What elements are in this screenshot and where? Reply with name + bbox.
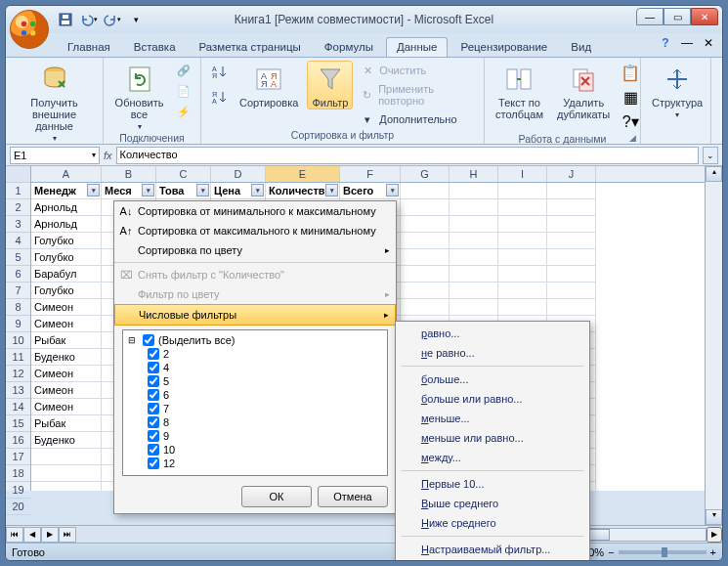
row-header[interactable]: 14 <box>6 399 30 415</box>
sheet-nav[interactable]: ⏮◀▶⏭ <box>6 527 76 543</box>
row-header[interactable]: 16 <box>6 432 30 449</box>
number-filter-option[interactable]: не равно... <box>396 343 589 363</box>
cell[interactable] <box>450 199 498 216</box>
number-filter-option[interactable]: больше... <box>396 370 589 389</box>
fx-icon[interactable]: fx <box>104 150 112 161</box>
cell[interactable] <box>547 249 596 266</box>
cell[interactable] <box>450 233 498 249</box>
tab-вставка[interactable]: Вставка <box>123 37 187 57</box>
filter-dropdown-button[interactable]: ▾ <box>87 184 100 196</box>
cell[interactable]: Симеон <box>31 366 102 382</box>
row-header[interactable]: 7 <box>6 283 30 299</box>
select-all-checkbox[interactable]: (Выделить все) <box>126 333 384 347</box>
cell[interactable]: Количеств▾ <box>266 183 340 199</box>
sort-desc-item[interactable]: A↑Сортировка от максимального к минималь… <box>114 221 396 240</box>
cell[interactable]: Цена▾ <box>211 183 266 199</box>
cell[interactable]: Рыбак <box>31 415 102 432</box>
tab-главная[interactable]: Главная <box>57 37 121 57</box>
row-header[interactable]: 20 <box>6 499 30 515</box>
cell[interactable]: Менедж▾ <box>31 183 102 199</box>
outline-button[interactable]: Структура ▾ <box>647 61 707 120</box>
filter-button[interactable]: Фильтр <box>307 61 353 109</box>
tab-разметка страницы[interactable]: Разметка страницы <box>189 37 312 57</box>
number-filter-option[interactable]: Первые 10... <box>396 474 589 494</box>
save-icon[interactable] <box>55 9 76 30</box>
row-header[interactable]: 3 <box>6 216 30 233</box>
cell[interactable] <box>498 183 547 199</box>
remove-duplicates-button[interactable]: Удалить дубликаты <box>552 61 615 121</box>
advanced-filter[interactable]: ▾Дополнительно <box>357 109 478 129</box>
cell[interactable]: Голубко <box>31 283 102 299</box>
sort-color-item[interactable]: Сортировка по цвету▸ <box>114 240 396 260</box>
cell[interactable]: Барабул <box>31 266 102 283</box>
column-header[interactable]: D <box>211 166 266 182</box>
cell[interactable] <box>547 266 596 283</box>
cell[interactable]: Симеон <box>31 316 102 332</box>
whatif-button[interactable]: ?▾ <box>619 109 642 133</box>
number-filter-option[interactable]: между... <box>396 448 589 467</box>
cell[interactable] <box>498 249 547 266</box>
filter-value-item[interactable]: 10 <box>126 443 384 457</box>
text-to-columns-button[interactable]: Текст по столбцам <box>491 61 548 121</box>
cell[interactable] <box>401 283 450 299</box>
tab-формулы[interactable]: Формулы <box>314 37 384 57</box>
cell[interactable] <box>401 183 450 199</box>
cell[interactable] <box>450 283 498 299</box>
row-header[interactable]: 12 <box>6 366 30 382</box>
column-header[interactable]: J <box>547 166 596 182</box>
close-workbook-icon[interactable]: ✕ <box>701 35 716 51</box>
column-header[interactable]: C <box>156 166 211 182</box>
cell[interactable] <box>401 233 450 249</box>
sort-desc-button[interactable]: ЯА <box>207 86 231 109</box>
number-filter-option[interactable]: Выше среднего <box>396 494 589 513</box>
cell[interactable]: Меся▾ <box>102 183 156 199</box>
row-header[interactable]: 15 <box>6 415 30 432</box>
column-header[interactable]: H <box>450 166 498 182</box>
number-filter-option[interactable]: меньше или равно... <box>396 428 589 448</box>
reapply-filter[interactable]: ↻Применить повторно <box>357 81 478 109</box>
row-header[interactable]: 13 <box>6 382 30 399</box>
formula-input[interactable]: Количество <box>116 147 699 164</box>
cell[interactable]: Буденко <box>31 432 102 449</box>
row-header[interactable]: 1 <box>6 183 30 199</box>
filter-value-item[interactable]: 6 <box>126 388 384 402</box>
row-header[interactable]: 9 <box>6 316 30 332</box>
filter-dropdown-button[interactable]: ▾ <box>251 184 264 196</box>
cell[interactable] <box>547 299 596 316</box>
filter-value-item[interactable]: 4 <box>126 361 384 374</box>
cell[interactable] <box>547 283 596 299</box>
row-header[interactable]: 11 <box>6 349 30 366</box>
undo-icon[interactable]: ▾ <box>78 9 100 30</box>
column-header[interactable]: E <box>266 166 340 182</box>
name-box[interactable]: E1▾ <box>10 147 100 164</box>
row-header[interactable]: 10 <box>6 332 30 349</box>
cell[interactable] <box>498 283 547 299</box>
minimize-ribbon-icon[interactable]: — <box>679 35 695 51</box>
cell[interactable]: Рыбак <box>31 332 102 349</box>
hscroll-right[interactable]: ▶ <box>707 527 722 543</box>
close-button[interactable]: ✕ <box>691 8 718 25</box>
cell[interactable] <box>547 233 596 249</box>
cell[interactable]: Арнольд <box>31 216 102 233</box>
help-icon[interactable]: ? <box>658 35 673 51</box>
column-header[interactable]: B <box>102 166 156 182</box>
cell[interactable]: Симеон <box>31 399 102 415</box>
number-filter-option[interactable]: Настраиваемый фильтр... <box>396 540 589 559</box>
sort-asc-button[interactable]: АЯ <box>207 61 231 84</box>
refresh-all-button[interactable]: Обновить все ▾ <box>109 61 169 132</box>
connections-link[interactable]: 🔗 <box>173 61 194 80</box>
maximize-button[interactable]: ▭ <box>664 8 691 25</box>
expand-formula-bar[interactable]: ⌄ <box>703 147 718 164</box>
row-header[interactable]: 4 <box>6 233 30 249</box>
clear-filter[interactable]: ✕Очистить <box>357 61 478 80</box>
vertical-scrollbar[interactable]: ▴ ▾ <box>705 166 722 525</box>
number-filters-item[interactable]: Числовые фильтры▸ <box>114 304 396 326</box>
zoom-out-icon[interactable]: − <box>608 546 614 558</box>
cell[interactable] <box>450 183 498 199</box>
cell[interactable]: Това▾ <box>156 183 211 199</box>
cell[interactable]: Арнольд <box>31 199 102 216</box>
cell[interactable] <box>450 299 498 316</box>
column-header[interactable]: I <box>498 166 547 182</box>
column-header[interactable]: G <box>401 166 450 182</box>
filter-value-item[interactable]: 5 <box>126 374 384 388</box>
